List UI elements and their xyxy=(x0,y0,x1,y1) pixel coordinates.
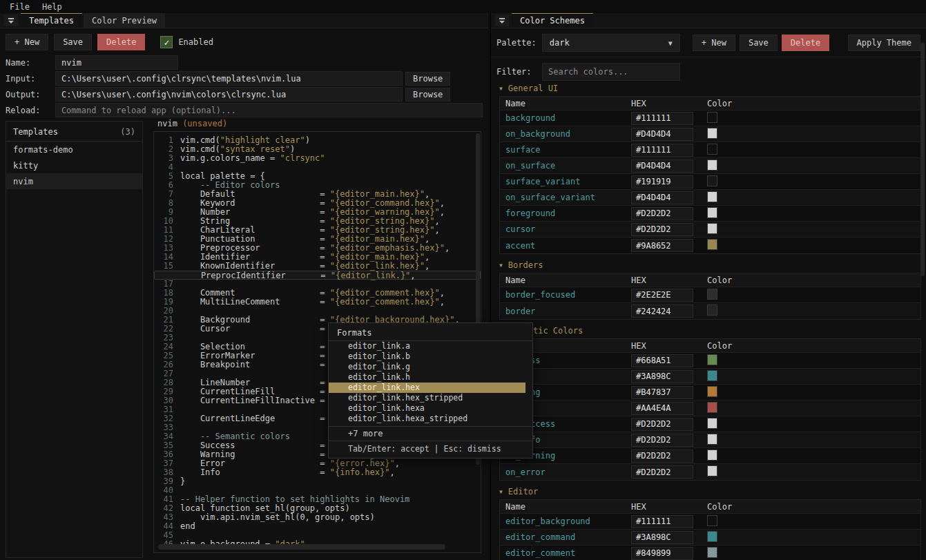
code-line[interactable]: 19 MultiLineComment = "{editor_comment.h… xyxy=(154,298,481,307)
color-name: border xyxy=(500,307,631,316)
popup-more-item[interactable]: +7 more xyxy=(329,426,532,441)
hex-input[interactable]: #191919 xyxy=(631,175,693,189)
section-header[interactable]: ▼Borders xyxy=(491,257,926,273)
collapse-panel-icon[interactable] xyxy=(495,15,509,26)
code-line[interactable]: 38 Info = "{info.hex}", xyxy=(154,468,481,477)
color-swatch[interactable] xyxy=(707,386,717,397)
hex-input[interactable]: #111111 xyxy=(631,515,693,528)
input-browse-button[interactable]: Browse xyxy=(405,72,450,86)
color-swatch[interactable] xyxy=(707,450,717,461)
color-swatch[interactable] xyxy=(707,515,717,526)
color-swatch[interactable] xyxy=(707,547,717,558)
hex-input[interactable]: #D2D2D2 xyxy=(631,434,693,447)
popup-format-item[interactable]: editor_link.hex xyxy=(329,383,525,393)
hex-input[interactable]: #D2D2D2 xyxy=(631,223,693,236)
hex-input[interactable]: #D2D2D2 xyxy=(631,418,693,431)
template-list-item[interactable]: formats-demo xyxy=(6,142,142,157)
color-swatch[interactable] xyxy=(707,191,717,202)
editor-horizontal-scrollbar[interactable] xyxy=(158,544,445,550)
color-swatch[interactable] xyxy=(707,207,717,218)
color-swatch[interactable] xyxy=(707,289,717,300)
input-path-field[interactable]: C:\Users\user\.config\clrsync\templates\… xyxy=(55,71,403,86)
save-palette-button[interactable]: Save xyxy=(740,35,778,51)
code-line[interactable]: 44end xyxy=(154,522,481,531)
section-header[interactable]: ▼Semantic Colors xyxy=(491,322,926,338)
hex-input[interactable]: #D4D4D4 xyxy=(631,128,693,141)
template-list-item[interactable]: nvim xyxy=(6,173,142,189)
reload-command-field[interactable]: Command to reload app (optional)... xyxy=(55,103,483,117)
code-text: Info = "{info.hex}", xyxy=(173,468,395,477)
popup-format-item[interactable]: editor_link.b xyxy=(329,351,532,362)
code-token: , xyxy=(410,271,415,280)
color-swatch[interactable] xyxy=(707,402,717,413)
hex-input[interactable]: #AA4E4A xyxy=(631,402,693,415)
color-swatch[interactable] xyxy=(707,128,717,139)
color-name: surface_variant xyxy=(500,177,631,186)
save-template-button[interactable]: Save xyxy=(54,34,92,50)
apply-theme-button[interactable]: Apply Theme xyxy=(848,35,920,51)
section-header[interactable]: ▼General UI xyxy=(491,80,926,96)
hex-input[interactable]: #242424 xyxy=(631,305,693,318)
hex-input[interactable]: #111111 xyxy=(631,112,693,125)
palette-select[interactable]: dark ▼ xyxy=(542,34,680,52)
color-swatch[interactable] xyxy=(707,305,717,316)
code-line[interactable]: 15 KnownIdentifier = "{editor_link.hex}"… xyxy=(154,262,481,271)
section-header[interactable]: ▼Editor xyxy=(491,483,926,499)
color-swatch[interactable] xyxy=(707,239,717,250)
hex-input[interactable]: #3A898C xyxy=(631,370,693,383)
current-code-line[interactable]: 16 PreprocIdentifier = "{editor_link.}", xyxy=(154,271,481,280)
new-palette-button[interactable]: + New xyxy=(693,35,735,51)
hex-input[interactable]: #D4D4D4 xyxy=(631,191,693,204)
hex-input[interactable]: #B47837 xyxy=(631,386,693,399)
hex-input[interactable]: #2E2E2E xyxy=(631,289,693,302)
popup-format-item[interactable]: editor_link.h xyxy=(329,372,532,383)
hex-input[interactable]: #668A51 xyxy=(631,354,693,367)
color-swatch[interactable] xyxy=(707,144,717,155)
hex-input[interactable]: #D2D2D2 xyxy=(631,465,693,479)
menu-file[interactable]: File xyxy=(10,2,30,12)
output-path-field[interactable]: C:\Users\user\.config\nvim\colors\clrsyn… xyxy=(55,87,403,102)
code-line[interactable]: 43 vim.api.nvim_set_hl(0, group, opts) xyxy=(154,513,481,522)
popup-format-item[interactable]: editor_link.g xyxy=(329,362,532,372)
popup-format-item[interactable]: editor_link.a xyxy=(329,341,532,351)
menu-help[interactable]: Help xyxy=(42,2,62,12)
hex-input[interactable]: #111111 xyxy=(631,144,693,157)
hex-input[interactable]: #D2D2D2 xyxy=(631,207,693,220)
code-text: vim.g.colors_name = "clrsync" xyxy=(173,154,325,163)
code-line[interactable]: 39} xyxy=(154,477,481,486)
popup-format-item[interactable]: editor_link.hex_stripped xyxy=(329,393,532,403)
code-line[interactable]: 3vim.g.colors_name = "clrsync" xyxy=(154,154,481,163)
hex-input[interactable]: #849899 xyxy=(631,547,693,560)
color-swatch[interactable] xyxy=(707,354,717,365)
color-swatch[interactable] xyxy=(707,465,717,476)
popup-format-item[interactable]: editor_link.hexa xyxy=(329,403,532,414)
color-swatch[interactable] xyxy=(707,434,717,445)
delete-template-button[interactable]: Delete xyxy=(97,34,145,50)
color-swatch[interactable] xyxy=(707,223,717,234)
color-swatch[interactable] xyxy=(707,418,717,429)
template-list-item[interactable]: kitty xyxy=(6,157,142,173)
color-swatch[interactable] xyxy=(707,370,717,381)
collapse-panel-icon[interactable] xyxy=(4,15,18,26)
panel-scrollbar[interactable] xyxy=(920,43,925,276)
delete-palette-button[interactable]: Delete xyxy=(782,35,829,51)
color-search-input[interactable]: Search colors... xyxy=(542,63,680,81)
string-token: "{editor_main.hex}" xyxy=(330,252,425,262)
color-swatch[interactable] xyxy=(707,112,717,123)
hex-input[interactable]: #D4D4D4 xyxy=(631,160,693,173)
new-template-button[interactable]: + New xyxy=(6,34,48,50)
tab-color-preview[interactable]: Color Preview xyxy=(84,13,165,28)
popup-format-item[interactable]: editor_link.hexa_stripped xyxy=(329,414,532,424)
hex-input[interactable]: #9A8652 xyxy=(631,239,693,252)
tab-color-schemes[interactable]: Color Schemes xyxy=(512,13,593,28)
enabled-checkbox[interactable]: ✓ xyxy=(160,36,173,48)
tab-templates[interactable]: Templates xyxy=(21,13,82,28)
color-swatch[interactable] xyxy=(707,531,717,542)
output-browse-button[interactable]: Browse xyxy=(405,88,450,102)
name-input[interactable]: nvim xyxy=(55,55,178,70)
code-token: , xyxy=(425,252,430,262)
hex-input[interactable]: #3A898C xyxy=(631,531,693,544)
color-swatch[interactable] xyxy=(707,160,717,171)
color-swatch[interactable] xyxy=(707,175,717,186)
hex-input[interactable]: #D2D2D2 xyxy=(631,450,693,463)
